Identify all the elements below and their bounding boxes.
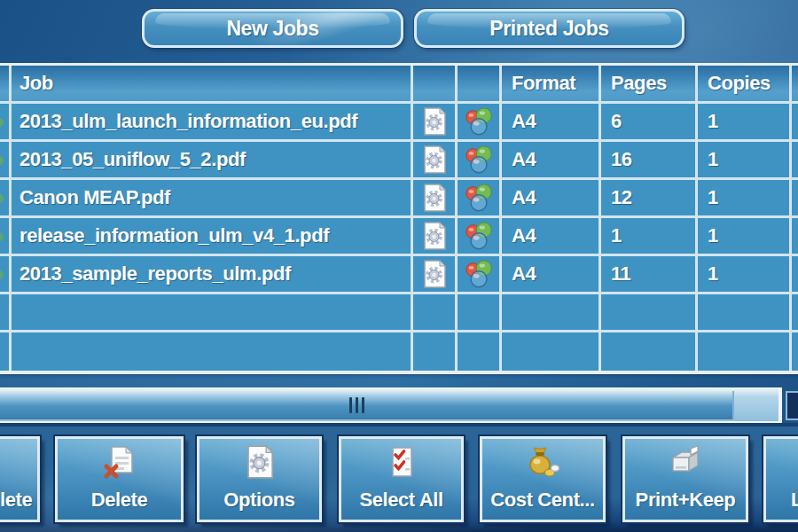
doc-gear-icon xyxy=(200,445,319,479)
pages-cell: 16 xyxy=(601,142,698,177)
doc-gear-icon xyxy=(413,180,458,215)
format-cell: A4 xyxy=(502,218,601,254)
table-row[interactable]: Canon MEAP.pdf A4 12 1 xyxy=(0,180,798,218)
header-status-col xyxy=(0,66,12,101)
copies-cell: 1 xyxy=(698,104,792,139)
color-pages-icon xyxy=(458,180,502,215)
job-name-cell: 2013_05_uniflow_5_2.pdf xyxy=(12,142,413,177)
print-keep-button-label: Print+Keep xyxy=(636,489,736,512)
delete-doc-icon xyxy=(58,445,181,481)
copies-cell: 1 xyxy=(698,180,792,215)
job-name-cell: 2013_sample_reports_ulm.pdf xyxy=(12,256,413,292)
scrollbar-grip-icon xyxy=(349,397,364,413)
format-cell: A4 xyxy=(502,142,601,177)
status-dot-icon xyxy=(0,270,4,279)
column-header-pages: Pages xyxy=(601,66,698,101)
table-row[interactable]: 2013_05_uniflow_5_2.pdf A4 16 1 xyxy=(0,142,798,180)
row-overflow-cell xyxy=(792,256,798,292)
color-pages-icon xyxy=(458,104,502,139)
pages-cell: 1 xyxy=(601,218,698,254)
column-header-copies: Copies xyxy=(698,66,792,101)
doc-gear-icon xyxy=(413,104,458,139)
money-bag-icon xyxy=(482,445,603,481)
tab-new-jobs[interactable]: New Jobs xyxy=(142,9,403,48)
format-cell: A4 xyxy=(502,180,601,215)
partial-right-button-label: L xyxy=(766,489,798,512)
job-name-cell: release_information_ulm_v4_1.pdf xyxy=(12,218,413,254)
table-row-empty[interactable] xyxy=(0,332,798,371)
pages-cell: 6 xyxy=(601,104,698,139)
row-overflow-cell xyxy=(792,180,798,215)
header-overflow-col xyxy=(792,66,798,101)
job-name-cell: Canon MEAP.pdf xyxy=(12,180,413,215)
delete-button-label: Delete xyxy=(91,489,148,512)
status-dot-icon xyxy=(0,194,4,203)
color-pages-icon xyxy=(458,256,502,292)
copies-cell: 1 xyxy=(698,142,792,177)
color-pages-icon xyxy=(458,142,502,177)
table-header-row: Job Format Pages Copies xyxy=(0,66,798,104)
row-status-cell xyxy=(0,180,12,215)
pages-cell: 11 xyxy=(601,256,698,292)
doc-gear-icon xyxy=(413,218,458,254)
copies-cell: 1 xyxy=(698,218,792,254)
options-button[interactable]: Options xyxy=(197,436,322,522)
row-overflow-cell xyxy=(792,142,798,177)
row-status-cell xyxy=(0,104,12,139)
table-row[interactable]: 2013_ulm_launch_information_eu.pdf A4 6 … xyxy=(0,104,798,142)
horizontal-scrollbar-track[interactable] xyxy=(0,387,782,423)
status-dot-icon xyxy=(0,156,4,165)
column-header-job: Job xyxy=(12,66,413,101)
table-row-empty[interactable] xyxy=(0,294,798,332)
print-release-screen: New Jobs Printed Jobs Job Format Pages C… xyxy=(0,0,798,532)
partial-left-button[interactable]: lete xyxy=(0,436,40,522)
tab-printed-jobs-label: Printed Jobs xyxy=(489,17,609,41)
status-dot-icon xyxy=(0,232,4,241)
row-status-cell xyxy=(0,218,12,254)
format-cell: A4 xyxy=(502,256,601,292)
cost-center-button[interactable]: Cost Cent... xyxy=(480,436,606,522)
row-overflow-cell xyxy=(792,104,798,139)
printer-icon xyxy=(625,445,746,481)
tab-new-jobs-label: New Jobs xyxy=(226,17,318,41)
column-header-color xyxy=(458,66,502,101)
doc-gear-icon xyxy=(413,256,458,292)
color-pages-icon xyxy=(458,218,502,254)
job-name-cell: 2013_ulm_launch_information_eu.pdf xyxy=(12,104,413,139)
row-status-cell xyxy=(0,256,12,292)
scroll-right-button[interactable] xyxy=(786,391,798,420)
cost-center-button-label: Cost Cent... xyxy=(490,489,594,512)
table-row[interactable]: 2013_sample_reports_ulm.pdf A4 11 1 xyxy=(0,256,798,294)
format-cell: A4 xyxy=(502,104,601,139)
row-status-cell xyxy=(0,142,12,177)
job-table: Job Format Pages Copies 2013_ulm_launch_… xyxy=(0,63,798,374)
horizontal-scrollbar-thumb[interactable] xyxy=(0,391,734,419)
checklist-icon xyxy=(341,445,461,481)
copies-cell: 1 xyxy=(698,256,792,292)
delete-button[interactable]: Delete xyxy=(55,436,184,522)
status-dot-icon xyxy=(0,118,4,127)
select-all-button-label: Select All xyxy=(359,489,442,512)
doc-gear-icon xyxy=(413,142,458,177)
table-row[interactable]: release_information_ulm_v4_1.pdf A4 1 1 xyxy=(0,218,798,256)
select-all-button[interactable]: Select All xyxy=(339,436,464,522)
print-keep-button[interactable]: Print+Keep xyxy=(622,436,748,522)
tab-printed-jobs[interactable]: Printed Jobs xyxy=(414,9,685,48)
partial-left-button-label: lete xyxy=(0,489,32,512)
column-header-format: Format xyxy=(502,66,601,101)
pages-cell: 12 xyxy=(601,180,698,215)
row-overflow-cell xyxy=(792,218,798,254)
partial-right-button[interactable]: L xyxy=(763,436,798,522)
column-header-doc-options xyxy=(413,66,458,101)
options-button-label: Options xyxy=(223,489,294,512)
